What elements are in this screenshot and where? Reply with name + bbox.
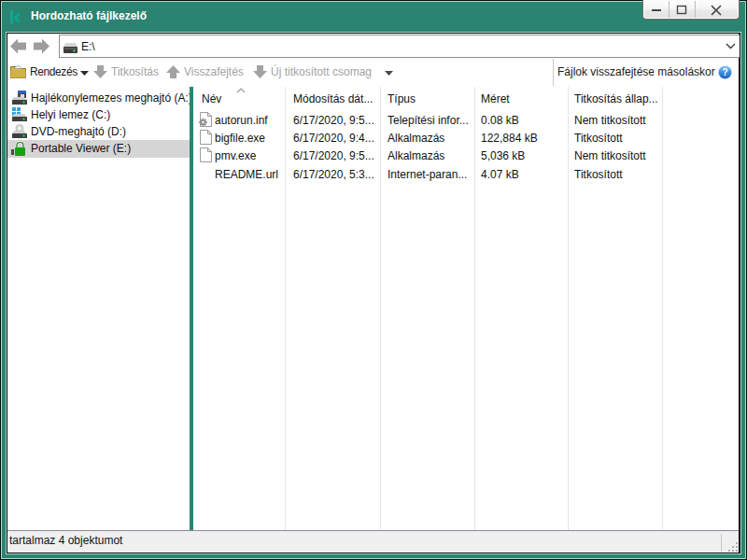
svg-text:?: ?: [722, 67, 727, 77]
